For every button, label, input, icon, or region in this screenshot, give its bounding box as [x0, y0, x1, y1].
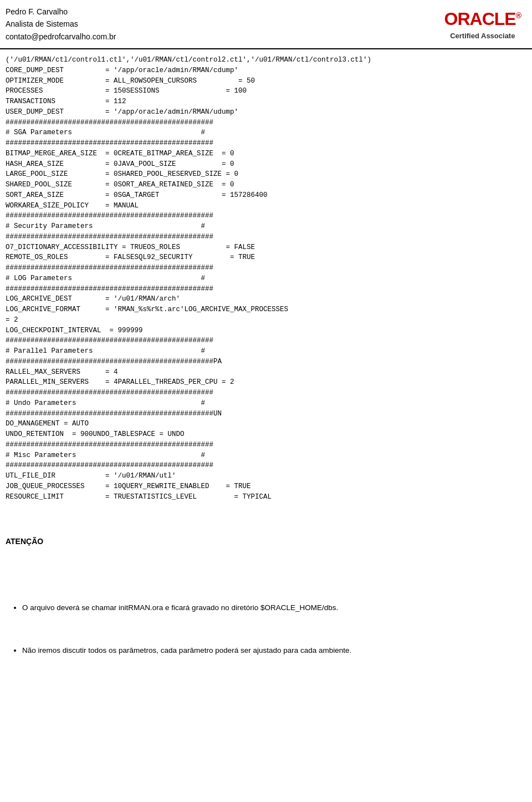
- certified-associate-text: Certified Associate: [450, 32, 515, 40]
- parallel-header: ########################################…: [6, 337, 222, 366]
- bullet-item-2: Não iremos discutir todos os parâmetros,…: [22, 644, 521, 657]
- author-email: contato@pedrofcarvalho.com.br: [6, 31, 116, 43]
- oracle-certification: ORACLE® Certified Associate: [444, 9, 521, 40]
- security-header: ########################################…: [6, 212, 213, 241]
- parallel-params: RALLEL_MAX_SERVERS = 4 PARALLEL_MIN_SERV…: [6, 368, 234, 387]
- misc-params: UTL_FILE_DIR = '/u01/RMAN/utl' JOB_QUEUE…: [6, 472, 272, 501]
- undo-header: ########################################…: [6, 389, 222, 418]
- sga-params: BITMAP_MERGE_AREA_SIZE = 0CREATE_BITMAP_…: [6, 150, 268, 210]
- misc-header: ########################################…: [6, 441, 213, 470]
- attention-title: ATENÇÃO: [6, 536, 521, 547]
- security-params: O7_DICTIONARY_ACCESSIBILITY = TRUEOS_ROL…: [6, 243, 255, 262]
- registered-trademark: ®: [516, 11, 521, 20]
- undo-params: DO_MANAGEMENT = AUTO UNDO_RETENTION = 90…: [6, 420, 185, 438]
- author-info: Pedro F. Carvalho Analista de Sistemas c…: [6, 6, 116, 43]
- page-header: Pedro F. Carvalho Analista de Sistemas c…: [0, 0, 532, 49]
- sga-header: ########################################…: [6, 119, 213, 148]
- main-content-area: ('/u01/RMAN/ctl/control1.ctl','/u01/RMAN…: [0, 49, 532, 709]
- author-name: Pedro F. Carvalho: [6, 6, 116, 18]
- oracle-logo: ORACLE®: [444, 9, 521, 29]
- bullet-list: O arquivo deverá se chamar initRMAN.ora …: [22, 576, 521, 687]
- log-params: LOG_ARCHIVE_DEST = '/u01/RMAN/arch' LOG_…: [6, 295, 288, 334]
- main-params: CORE_DUMP_DEST = '/app/oracle/admin/RMAN…: [6, 67, 255, 116]
- author-title: Analista de Sistemas: [6, 18, 116, 30]
- bullet-item-1: O arquivo deverá se chamar initRMAN.ora …: [22, 602, 521, 615]
- control-files-line: ('/u01/RMAN/ctl/control1.ctl','/u01/RMAN…: [6, 56, 371, 64]
- log-header: ########################################…: [6, 264, 213, 293]
- attention-section: ATENÇÃO O arquivo deverá se chamar initR…: [6, 513, 521, 698]
- oracle-text: ORACLE: [444, 9, 516, 29]
